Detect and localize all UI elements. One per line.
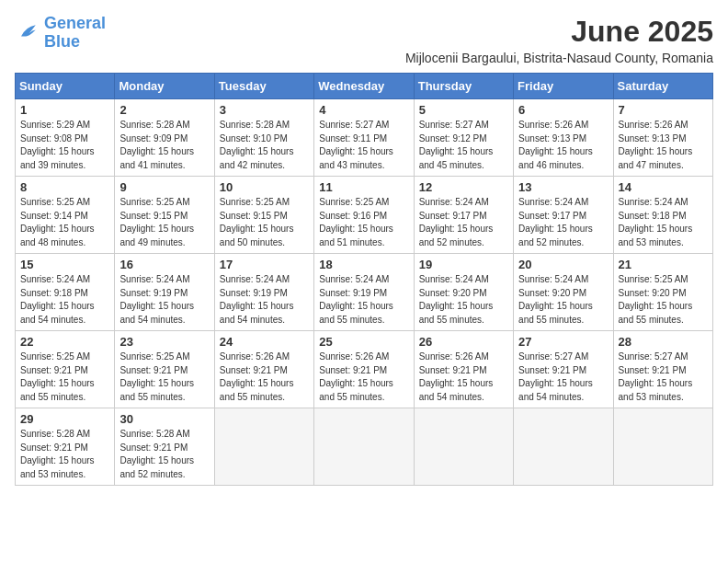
day-jun9: 9 Sunrise: 5:25 AMSunset: 9:15 PMDayligh… xyxy=(115,177,214,254)
day-jun6: 6 Sunrise: 5:26 AMSunset: 9:13 PMDayligh… xyxy=(514,99,613,177)
header-thursday: Thursday xyxy=(414,74,513,99)
day-jun19: 19 Sunrise: 5:24 AMSunset: 9:20 PMDaylig… xyxy=(414,254,513,331)
day-jun7: 7 Sunrise: 5:26 AMSunset: 9:13 PMDayligh… xyxy=(613,99,712,177)
day-jun22: 22 Sunrise: 5:25 AMSunset: 9:21 PMDaylig… xyxy=(16,331,115,408)
page-title: June 2025 xyxy=(405,15,713,49)
day-jun27: 27 Sunrise: 5:27 AMSunset: 9:21 PMDaylig… xyxy=(514,331,613,408)
day-jun24: 24 Sunrise: 5:26 AMSunset: 9:21 PMDaylig… xyxy=(214,331,313,408)
day-jun20: 20 Sunrise: 5:24 AMSunset: 9:20 PMDaylig… xyxy=(514,254,613,331)
day-jun29: 29 Sunrise: 5:28 AMSunset: 9:21 PMDaylig… xyxy=(16,408,115,486)
day-empty-4 xyxy=(514,408,613,486)
day-jun14: 14 Sunrise: 5:24 AMSunset: 9:18 PMDaylig… xyxy=(613,177,712,254)
logo-text: General Blue xyxy=(44,15,106,52)
day-jun15: 15 Sunrise: 5:24 AMSunset: 9:18 PMDaylig… xyxy=(16,254,115,331)
calendar-table: Sunday Monday Tuesday Wednesday Thursday… xyxy=(15,73,713,486)
day-jun2: 2 Sunrise: 5:28 AMSunset: 9:09 PMDayligh… xyxy=(115,99,214,177)
day-jun30: 30 Sunrise: 5:28 AMSunset: 9:21 PMDaylig… xyxy=(115,408,214,486)
day-jun11: 11 Sunrise: 5:25 AMSunset: 9:16 PMDaylig… xyxy=(314,177,414,254)
table-row: 29 Sunrise: 5:28 AMSunset: 9:21 PMDaylig… xyxy=(16,408,713,486)
calendar-header-row: Sunday Monday Tuesday Wednesday Thursday… xyxy=(16,74,713,99)
day-jun5: 5 Sunrise: 5:27 AMSunset: 9:12 PMDayligh… xyxy=(414,99,513,177)
day-empty-1 xyxy=(214,408,313,486)
day-jun21: 21 Sunrise: 5:25 AMSunset: 9:20 PMDaylig… xyxy=(613,254,712,331)
title-block: June 2025 Mijlocenii Bargaului, Bistrita… xyxy=(405,15,713,65)
day-jun25: 25 Sunrise: 5:26 AMSunset: 9:21 PMDaylig… xyxy=(314,331,414,408)
day-jun26: 26 Sunrise: 5:26 AMSunset: 9:21 PMDaylig… xyxy=(414,331,513,408)
header-saturday: Saturday xyxy=(613,74,712,99)
day-jun12: 12 Sunrise: 5:24 AMSunset: 9:17 PMDaylig… xyxy=(414,177,513,254)
day-jun3: 3 Sunrise: 5:28 AMSunset: 9:10 PMDayligh… xyxy=(214,99,313,177)
day-jun4: 4 Sunrise: 5:27 AMSunset: 9:11 PMDayligh… xyxy=(314,99,414,177)
day-jun17: 17 Sunrise: 5:24 AMSunset: 9:19 PMDaylig… xyxy=(214,254,313,331)
day-jun23: 23 Sunrise: 5:25 AMSunset: 9:21 PMDaylig… xyxy=(115,331,214,408)
day-empty-5 xyxy=(613,408,712,486)
logo: General Blue xyxy=(15,15,106,52)
header-sunday: Sunday xyxy=(16,74,115,99)
day-jun28: 28 Sunrise: 5:27 AMSunset: 9:21 PMDaylig… xyxy=(613,331,712,408)
day-empty-3 xyxy=(414,408,513,486)
header-monday: Monday xyxy=(115,74,214,99)
logo-bird-icon xyxy=(15,20,40,46)
table-row: 1 Sunrise: 5:29 AMSunset: 9:08 PMDayligh… xyxy=(16,99,713,177)
day-jun13: 13 Sunrise: 5:24 AMSunset: 9:17 PMDaylig… xyxy=(514,177,613,254)
location-subtitle: Mijlocenii Bargaului, Bistrita-Nasaud Co… xyxy=(405,51,713,65)
day-jun8: 8 Sunrise: 5:25 AMSunset: 9:14 PMDayligh… xyxy=(16,177,115,254)
day-jun1: 1 Sunrise: 5:29 AMSunset: 9:08 PMDayligh… xyxy=(16,99,115,177)
table-row: 22 Sunrise: 5:25 AMSunset: 9:21 PMDaylig… xyxy=(16,331,713,408)
day-jun10: 10 Sunrise: 5:25 AMSunset: 9:15 PMDaylig… xyxy=(214,177,313,254)
day-jun16: 16 Sunrise: 5:24 AMSunset: 9:19 PMDaylig… xyxy=(115,254,214,331)
header-tuesday: Tuesday xyxy=(214,74,313,99)
header-friday: Friday xyxy=(514,74,613,99)
table-row: 8 Sunrise: 5:25 AMSunset: 9:14 PMDayligh… xyxy=(16,177,713,254)
table-row: 15 Sunrise: 5:24 AMSunset: 9:18 PMDaylig… xyxy=(16,254,713,331)
day-empty-2 xyxy=(314,408,414,486)
day-jun18: 18 Sunrise: 5:24 AMSunset: 9:19 PMDaylig… xyxy=(314,254,414,331)
header-wednesday: Wednesday xyxy=(314,74,414,99)
